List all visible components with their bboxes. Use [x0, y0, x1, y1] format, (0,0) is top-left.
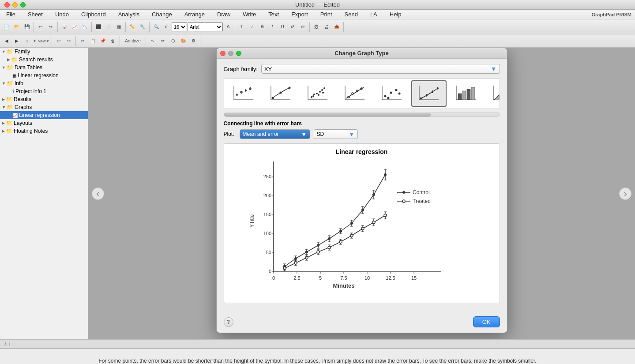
minimize-button[interactable] [12, 2, 18, 8]
text-T1[interactable]: T [237, 22, 247, 32]
t2-cut[interactable]: ✂ [78, 36, 87, 46]
menu-send[interactable]: Send [342, 10, 361, 19]
print-btn[interactable]: 🖨 [322, 22, 331, 32]
graph-type-7[interactable] [448, 80, 484, 107]
plot-select2[interactable]: SD ▼ [314, 129, 358, 139]
help-button[interactable]: ? [224, 317, 233, 327]
toolbar2-group-tools: ↖ ✏ ⬡ 🎨 ⚙ [148, 36, 200, 46]
t2-more[interactable]: ⚙ [188, 36, 198, 46]
menu-sheet[interactable]: Sheet [25, 10, 45, 19]
analyze-btn[interactable]: Analyze [122, 36, 144, 46]
sidebar-item-search-results[interactable]: ▶ 📁 Search results [0, 56, 88, 64]
sidebar-item-lr-graph[interactable]: 📈 Linear regression [0, 111, 88, 119]
sidebar-item-info[interactable]: ▼ 📁 Info [0, 79, 88, 87]
text-subscript[interactable]: x₂ [298, 22, 308, 32]
send-btn[interactable]: 📤 [332, 22, 342, 32]
sidebar-item-data-tables[interactable]: ▼ 📁 Data Tables [0, 64, 88, 71]
t2-paste[interactable]: 📌 [98, 36, 108, 46]
t2-shape[interactable]: ⬡ [168, 36, 178, 46]
text-superscript[interactable]: x² [288, 22, 297, 32]
svg-text:150: 150 [263, 212, 271, 217]
open-button[interactable]: 📂 [12, 22, 22, 32]
graph-type-4[interactable] [337, 80, 372, 107]
expand-icon-layouts: ▶ [2, 121, 5, 125]
text-T2[interactable]: T [247, 22, 257, 32]
new-button[interactable]: 📄 [2, 22, 11, 32]
undo-button[interactable]: ↩ [36, 22, 45, 32]
graph-type-3[interactable] [300, 80, 335, 107]
menu-change[interactable]: Change [149, 10, 175, 19]
dialog-min-btn[interactable] [228, 51, 233, 56]
graph-btn-3[interactable]: 📉 [80, 22, 90, 32]
t2-draw[interactable]: ✏ [158, 36, 168, 46]
t2-fwd[interactable]: ▶ [12, 36, 22, 46]
draw-btn-1[interactable]: ✏️ [128, 22, 137, 32]
graph-type-5[interactable] [374, 80, 410, 107]
menu-write[interactable]: Write [240, 10, 259, 19]
menu-analysis[interactable]: Analysis [116, 10, 142, 19]
menu-text[interactable]: Text [266, 10, 282, 19]
graph-family-arrow-icon: ▼ [491, 65, 497, 72]
graph-type-6[interactable] [411, 80, 447, 107]
t2-undo2[interactable]: ↩ [54, 36, 64, 46]
plot-select[interactable]: Mean and error ▼ [240, 129, 310, 139]
graph-btn-2[interactable]: 📈 [70, 22, 79, 32]
sidebar-item-family[interactable]: ▼ 📁 Family [0, 48, 88, 56]
svg-text:250: 250 [263, 174, 271, 179]
graph-type-8[interactable] [485, 80, 500, 107]
sidebar-item-results[interactable]: ▶ 📁 Results [0, 95, 88, 103]
font-family-select[interactable]: Arial [188, 23, 223, 31]
menu-draw[interactable]: Draw [214, 10, 233, 19]
export-btn[interactable]: 🖼 [312, 22, 321, 32]
menu-export[interactable]: Export [289, 10, 311, 19]
write-btn-2[interactable]: α [162, 22, 171, 32]
t2-delete[interactable]: 🗑 [108, 36, 118, 46]
zoom-button[interactable] [20, 2, 26, 8]
sidebar-item-graphs[interactable]: ▼ 📁 Graphs [0, 103, 88, 111]
write-btn-1[interactable]: 🔍 [151, 22, 161, 32]
graph-type-2[interactable] [263, 80, 298, 107]
sidebar-item-lr-dt[interactable]: ▦ Linear regression [0, 71, 88, 79]
svg-point-35 [384, 95, 386, 98]
t2-copy[interactable]: 📋 [88, 36, 98, 46]
t2-redo2[interactable]: ↪ [64, 36, 74, 46]
menu-print[interactable]: Print [318, 10, 335, 19]
graph-type-1[interactable] [226, 80, 261, 107]
svg-rect-52 [458, 94, 462, 100]
menu-clipboard[interactable]: Clipboard [79, 10, 109, 19]
dialog-zoom-btn[interactable] [236, 51, 241, 56]
t2-home[interactable]: ⌂ [22, 36, 32, 46]
font-size-select[interactable]: 16 [172, 23, 187, 31]
svg-point-99 [305, 251, 308, 253]
t2-select[interactable]: ↖ [148, 36, 158, 46]
text-I[interactable]: I [267, 22, 277, 32]
menu-file[interactable]: File [4, 10, 18, 19]
redo-button[interactable]: ↪ [46, 22, 56, 32]
font-color-btn[interactable]: A [223, 22, 233, 32]
t2-back[interactable]: ◀ [2, 36, 11, 46]
sidebar-item-floating-notes[interactable]: ▶ 📁 Floating Notes [0, 127, 88, 135]
svg-point-111 [339, 230, 342, 233]
expand-icon-results: ▶ [2, 97, 5, 101]
sidebar-item-project-info[interactable]: ℹ Project info 1 [0, 87, 88, 95]
text-B[interactable]: B [257, 22, 267, 32]
menu-help[interactable]: Help [387, 10, 404, 19]
t2-color[interactable]: 🎨 [178, 36, 188, 46]
ok-button[interactable]: OK [473, 316, 500, 327]
menu-la[interactable]: LA [368, 10, 380, 19]
menu-arrange[interactable]: Arrange [182, 10, 207, 19]
draw-btn-2[interactable]: 🔧 [138, 22, 147, 32]
menu-undo[interactable]: Undo [53, 10, 71, 19]
dialog-close-btn[interactable] [220, 51, 225, 56]
sidebar-item-layouts[interactable]: ▶ 📁 Layouts [0, 119, 88, 127]
arrange-btn-1[interactable]: ⬛ [94, 22, 103, 32]
svg-text:2.5: 2.5 [293, 275, 300, 281]
arrange-btn-3[interactable]: ▦ [114, 22, 124, 32]
text-U[interactable]: U [278, 22, 287, 32]
graph-btn-1[interactable]: 📊 [60, 22, 69, 32]
save-button[interactable]: 💾 [22, 22, 32, 32]
graph-type-scrollbar[interactable] [224, 113, 500, 117]
arrange-btn-2[interactable]: ⬜ [104, 22, 113, 32]
close-button[interactable] [4, 2, 10, 8]
graph-family-select[interactable]: XY ▼ [261, 64, 500, 74]
